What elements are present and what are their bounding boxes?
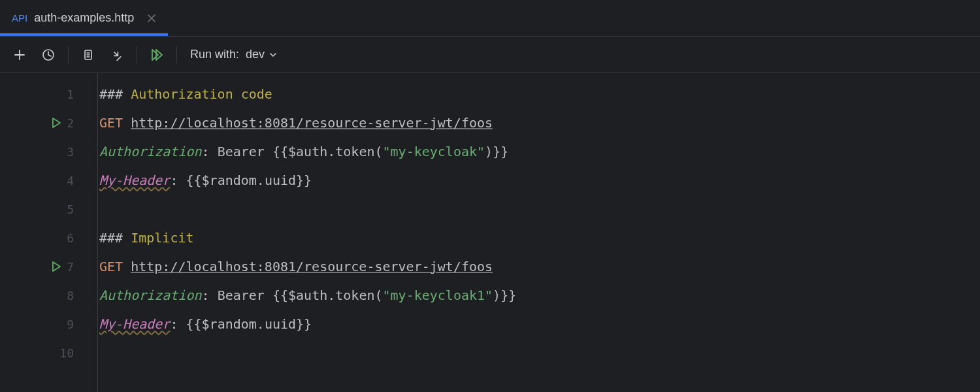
line-number: 4 — [67, 174, 74, 188]
code-line — [99, 338, 516, 367]
toolbar-separator — [176, 46, 177, 63]
gutter-row: 9 — [0, 310, 97, 338]
examples-button[interactable] — [78, 44, 99, 65]
gutter-row: 3 — [0, 137, 97, 166]
code-editor[interactable]: 1 2 3 4 5 6 7 8 9 10 ### Authorization c… — [0, 73, 980, 392]
line-number: 10 — [59, 346, 74, 360]
line-number: 2 — [67, 116, 74, 130]
tab-file-type-badge: API — [12, 12, 27, 24]
tab-file-title: auth-examples.http — [34, 11, 134, 25]
toolbar-separator — [68, 46, 69, 63]
code-line: My-Header: {{$random.uuid}} — [99, 310, 516, 338]
environment-dropdown[interactable]: dev — [246, 48, 278, 61]
toolbar: Run with: dev — [0, 37, 980, 73]
close-icon[interactable] — [147, 14, 156, 23]
run-with-section: Run with: dev — [190, 48, 278, 61]
gutter-row: 4 — [0, 166, 97, 195]
line-number: 6 — [67, 231, 74, 245]
code-area[interactable]: ### Authorization code GET http://localh… — [98, 73, 516, 392]
gutter: 1 2 3 4 5 6 7 8 9 10 — [0, 73, 98, 392]
gutter-row: 2 — [0, 108, 97, 137]
code-line: ### Authorization code — [99, 80, 516, 108]
run-all-button[interactable] — [146, 44, 167, 65]
run-line-icon[interactable] — [50, 117, 62, 129]
line-number: 9 — [67, 318, 74, 331]
code-line — [99, 195, 516, 223]
line-number: 1 — [67, 88, 74, 101]
gutter-row: 5 — [0, 195, 97, 223]
gutter-row: 1 — [0, 80, 97, 108]
environment-value: dev — [246, 48, 265, 61]
gutter-row: 7 — [0, 252, 97, 281]
toolbar-separator — [137, 46, 137, 63]
tab-bar: API auth-examples.http — [0, 0, 980, 37]
run-line-icon[interactable] — [50, 261, 62, 272]
code-line: GET http://localhost:8081/resource-serve… — [99, 252, 516, 281]
add-request-button[interactable] — [9, 44, 30, 65]
gutter-row: 6 — [0, 223, 97, 252]
import-button[interactable] — [106, 44, 127, 65]
code-line: Authorization: Bearer {{$auth.token("my-… — [99, 281, 516, 310]
line-number: 8 — [67, 289, 74, 302]
code-line: ### Implicit — [99, 223, 516, 252]
gutter-row: 8 — [0, 281, 97, 310]
line-number: 7 — [67, 260, 74, 274]
code-line: Authorization: Bearer {{$auth.token("my-… — [99, 137, 516, 166]
code-line: My-Header: {{$random.uuid}} — [99, 166, 516, 195]
code-line: GET http://localhost:8081/resource-serve… — [99, 108, 516, 137]
gutter-row: 10 — [0, 338, 97, 367]
line-number: 3 — [67, 145, 74, 159]
history-button[interactable] — [38, 44, 59, 65]
line-number: 5 — [67, 203, 74, 216]
tab-file[interactable]: API auth-examples.http — [0, 0, 168, 36]
chevron-down-icon — [269, 50, 278, 59]
run-with-label: Run with: — [190, 48, 239, 61]
